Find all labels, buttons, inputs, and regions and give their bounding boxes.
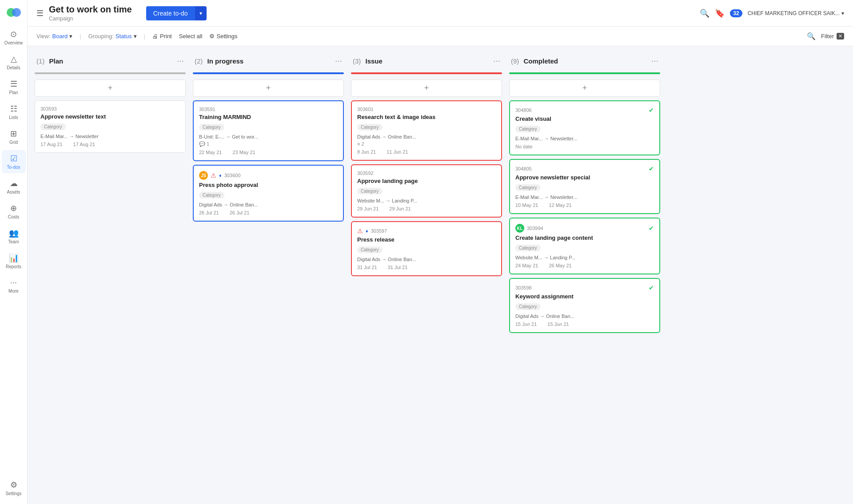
- card-303598[interactable]: 303598✔Keyword assignmentCategoryDigital…: [509, 278, 660, 333]
- column-title-issue: (3) Issue: [353, 57, 383, 65]
- card-category: Category: [40, 123, 66, 130]
- column-title-in-progress: (2) In progress: [195, 57, 243, 65]
- card-title: Press release: [357, 236, 496, 243]
- sidebar-item-grid[interactable]: ⊞ Grid: [2, 125, 26, 148]
- print-button[interactable]: 🖨 Print: [152, 33, 172, 40]
- card-avatar: KL: [515, 224, 524, 233]
- search-toolbar-icon[interactable]: 🔍: [807, 32, 816, 40]
- filter-button[interactable]: Filter ✕: [821, 33, 844, 40]
- card-list-count: ≡ 2: [357, 141, 364, 147]
- card-meta-row: ≡ 2: [357, 141, 496, 147]
- card-dates: 31 Jul 21 31 Jul 21: [357, 265, 496, 270]
- sidebar-item-reports[interactable]: 📊 Reports: [2, 250, 26, 273]
- card-category: Category: [515, 245, 541, 251]
- card-303597[interactable]: ⚠♦303597Press releaseCategoryDigital Ads…: [351, 221, 502, 276]
- sidebar-item-more[interactable]: ··· More: [2, 274, 26, 297]
- card-date-start: 22 May 21: [199, 150, 222, 155]
- card-303591[interactable]: 303591Training MARMINDCategoryB-Unit: E-…: [193, 100, 344, 161]
- card-303994[interactable]: KL303994✔Create landing page contentCate…: [509, 218, 660, 274]
- sidebar-item-lists[interactable]: ☷ Lists: [2, 100, 26, 123]
- sidebar-item-costs[interactable]: ⊕ Costs: [2, 200, 26, 223]
- card-check-icon: ✔: [649, 165, 654, 172]
- card-304805[interactable]: 304805✔Approve newsletter specialCategor…: [509, 159, 660, 214]
- card-title: Create visual: [515, 115, 654, 122]
- card-303592[interactable]: 303592Approve landing pageCategoryWebsit…: [351, 164, 502, 218]
- add-card-completed[interactable]: +: [509, 79, 660, 97]
- card-warning-icon: ⚠: [357, 227, 363, 234]
- sidebar-item-details[interactable]: △ Details: [2, 51, 26, 74]
- column-menu-completed[interactable]: ⋯: [651, 57, 658, 65]
- app-logo[interactable]: [6, 4, 22, 20]
- notification-badge[interactable]: 32: [730, 9, 742, 17]
- search-icon[interactable]: 🔍: [700, 8, 710, 18]
- sidebar-item-plan[interactable]: ☰ Plan: [2, 75, 26, 99]
- sidebar-item-todos[interactable]: ☑ To-dos: [2, 150, 26, 173]
- card-header-row: ⚠♦303597: [357, 227, 496, 234]
- sidebar-label-lists: Lists: [9, 115, 18, 120]
- card-title: Research text & image ideas: [357, 114, 496, 120]
- column-menu-plan[interactable]: ⋯: [177, 57, 184, 65]
- reports-icon: 📊: [9, 253, 19, 263]
- grouping-selector[interactable]: Grouping: Status ▾: [88, 33, 137, 40]
- card-check-icon: ✔: [649, 225, 654, 232]
- card-path: Digital Ads → Online Ban...: [357, 257, 496, 262]
- hamburger-menu[interactable]: ☰: [36, 8, 44, 18]
- card-date-end: 29 Jun 21: [389, 206, 411, 211]
- user-menu[interactable]: CHIEF MARKETING OFFICER SAIK... ▾: [748, 10, 844, 16]
- view-label: View:: [36, 33, 51, 40]
- view-selector[interactable]: View: Board ▾: [36, 33, 72, 40]
- card-avatar: JS: [199, 171, 208, 180]
- plan-icon: ☰: [10, 79, 17, 89]
- card-id: 304805: [515, 166, 532, 171]
- card-header-row: 303592: [357, 171, 496, 176]
- card-303600[interactable]: JS⚠♦303600Press photo approvalCategoryDi…: [193, 165, 344, 222]
- filter-clear-icon[interactable]: ✕: [837, 33, 844, 40]
- card-path: E-Mail Mar... → Newsletter...: [515, 136, 654, 141]
- card-title: Approve newsletter special: [515, 174, 654, 181]
- page-title: Get to work on time: [49, 4, 132, 15]
- add-card-plan[interactable]: +: [35, 79, 186, 97]
- svg-point-1: [12, 8, 21, 17]
- column-bar-plan: [35, 72, 186, 74]
- card-date-start: 31 Jul 21: [357, 265, 377, 270]
- card-dates: 10 May 21 12 May 21: [515, 202, 654, 208]
- column-bar-issue: [351, 72, 502, 74]
- card-dates: 26 Jul 21 26 Jul 21: [199, 210, 338, 215]
- sidebar-label-grid: Grid: [9, 140, 18, 145]
- sidebar-item-settings[interactable]: ⚙ Settings: [2, 476, 26, 500]
- card-date-start: 29 Jun 21: [357, 206, 379, 211]
- column-menu-issue[interactable]: ⋯: [493, 57, 500, 65]
- header: ☰ Get to work on time Campaign Create to…: [28, 0, 853, 27]
- card-category: Category: [199, 124, 224, 131]
- card-304806[interactable]: 304806✔Create visualCategoryE-Mail Mar..…: [509, 100, 660, 155]
- card-header-row: 304805✔: [515, 165, 654, 172]
- select-all-button[interactable]: Select all: [179, 33, 203, 40]
- user-dropdown-icon: ▾: [841, 10, 844, 16]
- card-header-row: 303601: [357, 107, 496, 112]
- lists-icon: ☷: [10, 104, 17, 114]
- card-dates: 29 Jun 21 29 Jun 21: [357, 206, 496, 211]
- sidebar-label-team: Team: [8, 239, 19, 244]
- add-card-in-progress[interactable]: +: [193, 79, 344, 97]
- sidebar-item-assets[interactable]: ☁ Assets: [2, 175, 26, 198]
- card-date-end: 15 Jun 21: [547, 321, 569, 327]
- toolbar-right: 🔍 Filter ✕: [807, 32, 844, 40]
- create-todo-button[interactable]: Create to-do: [146, 6, 195, 20]
- card-303593[interactable]: 303593Approve newsletter textCategoryE-M…: [35, 100, 186, 153]
- sidebar-item-team[interactable]: 👥 Team: [2, 225, 26, 248]
- card-category: Category: [515, 184, 541, 191]
- card-title: Approve newsletter text: [40, 113, 180, 120]
- card-category: Category: [515, 126, 541, 132]
- sidebar-item-overview[interactable]: ⊙ Overview: [2, 26, 26, 49]
- settings-button[interactable]: ⚙ Settings: [209, 33, 237, 40]
- column-menu-in-progress[interactable]: ⋯: [335, 57, 342, 65]
- create-todo-dropdown[interactable]: ▾: [195, 6, 207, 20]
- column-header-plan: (1) Plan⋯: [35, 53, 186, 69]
- card-dates: 8 Jun 21 11 Jun 21: [357, 149, 496, 155]
- bookmark-icon[interactable]: 🔖: [715, 8, 725, 18]
- costs-icon: ⊕: [10, 203, 17, 213]
- card-303601[interactable]: 303601Research text & image ideasCategor…: [351, 100, 502, 161]
- sidebar-label-plan: Plan: [9, 90, 18, 95]
- add-card-issue[interactable]: +: [351, 79, 502, 97]
- card-title: Training MARMIND: [199, 114, 338, 120]
